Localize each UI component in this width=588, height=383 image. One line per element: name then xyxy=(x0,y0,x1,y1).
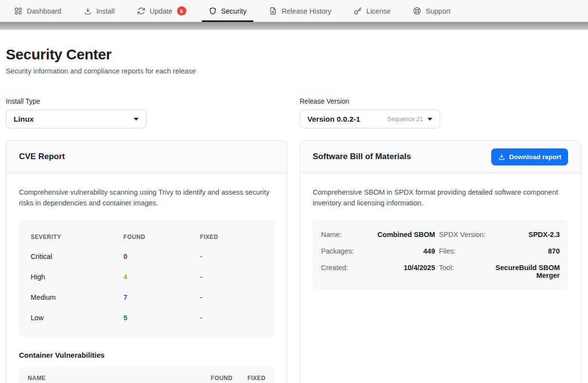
fixed-col-header: FIXED xyxy=(200,234,263,240)
release-version-select[interactable]: Version 0.0.2-1 Sequence 21 xyxy=(300,109,440,128)
scroll-shadow-band xyxy=(0,22,588,30)
top-navigation: Dashboard Install Update 5 Security xyxy=(0,0,588,22)
install-type-filter: Install Type Linux xyxy=(6,97,287,128)
severity-name: Medium xyxy=(31,293,124,301)
sbom-detail-label: SPDX Version: xyxy=(439,226,491,243)
nav-item-label: Dashboard xyxy=(27,7,61,15)
sbom-details-grid: Name: Combined SBOM SPDX Version: SPDX-2… xyxy=(313,220,568,290)
nav-item-label: Install xyxy=(96,7,115,15)
download-report-button[interactable]: Download report xyxy=(491,148,568,165)
fixed-count: - xyxy=(200,273,263,281)
fixed-count: - xyxy=(200,253,263,260)
install-type-select[interactable]: Linux xyxy=(6,109,146,128)
sbom-card-header: Software Bill of Materials Download repo… xyxy=(300,141,581,173)
nav-item-install[interactable]: Install xyxy=(77,0,122,22)
main-content: Security Center Security information and… xyxy=(0,46,588,383)
sbom-detail-value: 10/4/2025 xyxy=(370,259,435,284)
cve-report-card: CVE Report Comprehensive vulnerability s… xyxy=(6,140,287,383)
cve-card-title: CVE Report xyxy=(19,152,65,162)
sbom-detail-label: Packages: xyxy=(321,243,366,259)
release-sequence-label: Sequence 21 xyxy=(387,116,423,123)
name-col-header: NAME xyxy=(28,375,207,382)
table-row: Low 5 - xyxy=(31,308,263,328)
nav-item-security[interactable]: Security xyxy=(202,0,253,22)
download-icon xyxy=(498,153,505,161)
nav-item-dashboard[interactable]: Dashboard xyxy=(7,0,68,22)
cve-card-body: Comprehensive vulnerability scanning usi… xyxy=(6,173,287,383)
update-count-badge: 5 xyxy=(177,6,186,16)
container-vulnerabilities-title: Container Vulnerabilities xyxy=(19,351,274,359)
release-version-label: Release Version xyxy=(300,97,581,105)
install-type-value: Linux xyxy=(14,115,34,124)
severity-col-header: SEVERITY xyxy=(31,234,124,240)
severity-table-header: SEVERITY FOUND FIXED xyxy=(31,227,263,246)
found-count: 5 xyxy=(124,314,200,322)
sbom-card-body: Comprehensive SBOM in SPDX format provid… xyxy=(300,173,581,302)
release-version-value: Version 0.0.2-1 xyxy=(307,115,360,124)
release-history-icon xyxy=(269,7,277,15)
found-count: 0 xyxy=(124,253,200,260)
sbom-detail-value: SPDX-2.3 xyxy=(495,226,560,243)
found-col-header: FOUND xyxy=(207,375,232,382)
cve-card-header: CVE Report xyxy=(6,141,287,173)
container-vulnerabilities-table-header: NAME FOUND FIXED xyxy=(19,366,274,383)
fixed-count: - xyxy=(200,293,263,301)
page-title: Security Center xyxy=(6,46,581,63)
severity-name: Critical xyxy=(31,253,124,260)
sbom-detail-value: SecureBuild SBOM Merger xyxy=(495,259,560,284)
filters-row: Install Type Linux Release Version Versi… xyxy=(6,97,581,128)
sbom-detail-label: Files: xyxy=(439,243,491,259)
chevron-down-icon xyxy=(134,118,139,121)
sbom-detail-value: Combined SBOM xyxy=(370,226,435,243)
nav-item-label: Security xyxy=(221,7,247,15)
severity-table: SEVERITY FOUND FIXED Critical 0 - High 4… xyxy=(19,220,274,337)
severity-name: High xyxy=(31,273,124,281)
sbom-description: Comprehensive SBOM in SPDX format provid… xyxy=(313,187,566,208)
found-col-header: FOUND xyxy=(124,234,200,240)
report-cards: CVE Report Comprehensive vulnerability s… xyxy=(6,140,581,383)
cve-description: Comprehensive vulnerability scanning usi… xyxy=(19,187,272,208)
fixed-count: - xyxy=(200,314,263,322)
nav-item-release-history[interactable]: Release History xyxy=(262,0,338,22)
sbom-card: Software Bill of Materials Download repo… xyxy=(300,140,581,383)
dashboard-icon xyxy=(14,7,22,15)
found-count: 4 xyxy=(124,273,200,281)
install-type-label: Install Type xyxy=(6,97,287,105)
table-row: High 4 - xyxy=(31,267,263,287)
nav-item-label: Release History xyxy=(282,7,331,15)
chevron-down-icon xyxy=(428,118,432,121)
severity-name: Low xyxy=(31,314,124,322)
security-icon xyxy=(209,7,217,15)
table-row: Medium 7 - xyxy=(31,287,263,308)
download-report-label: Download report xyxy=(509,153,561,161)
page-subtitle: Security information and compliance repo… xyxy=(6,67,581,75)
nav-item-label: License xyxy=(366,7,391,15)
update-icon xyxy=(137,7,145,15)
license-icon xyxy=(354,7,362,15)
release-version-filter: Release Version Version 0.0.2-1 Sequence… xyxy=(300,97,581,128)
support-icon xyxy=(413,7,421,15)
sbom-detail-label: Created: xyxy=(321,259,366,284)
found-count: 7 xyxy=(124,293,200,301)
install-icon xyxy=(84,7,92,15)
sbom-card-title: Software Bill of Materials xyxy=(313,152,411,162)
nav-item-update[interactable]: Update 5 xyxy=(130,0,193,22)
nav-item-support[interactable]: Support xyxy=(406,0,457,22)
fixed-col-header: FIXED xyxy=(244,375,266,382)
nav-item-label: Update xyxy=(150,7,173,15)
table-row: Critical 0 - xyxy=(31,246,263,267)
nav-item-label: Support xyxy=(426,7,450,15)
sbom-detail-label: Name: xyxy=(321,226,366,243)
nav-item-license[interactable]: License xyxy=(347,0,397,22)
sbom-detail-value: 449 xyxy=(370,243,435,259)
sbom-detail-value: 870 xyxy=(495,243,560,259)
sbom-detail-label: Tool: xyxy=(439,259,491,284)
